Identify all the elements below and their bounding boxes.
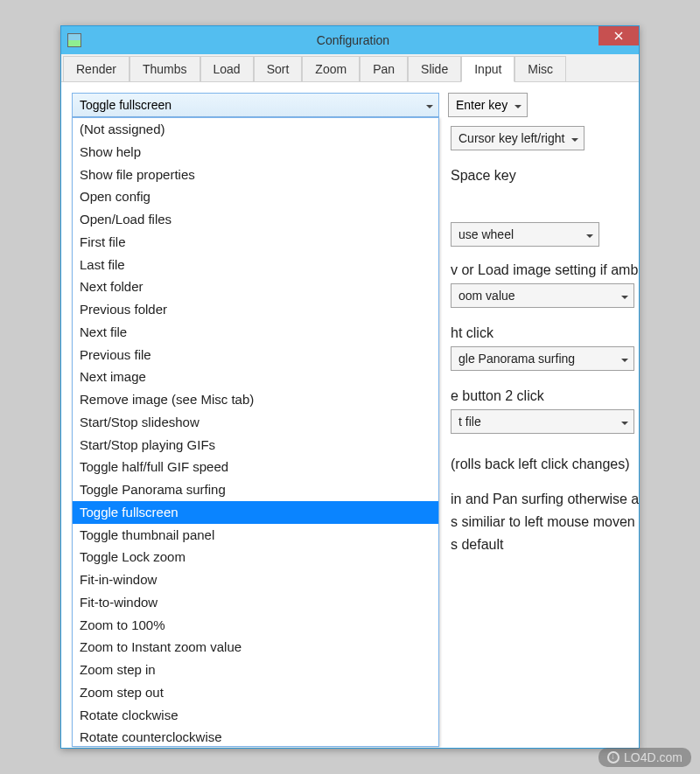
list-item[interactable]: Toggle half/full GIF speed [73,456,438,478]
tab-zoom[interactable]: Zoom [302,56,360,81]
list-item[interactable]: Next folder [73,275,438,298]
tfile-select[interactable]: t file [451,409,634,434]
panorama-value: gle Panorama surfing [458,352,575,366]
list-item[interactable]: Toggle Panorama surfing [73,478,438,501]
list-item[interactable]: Zoom to 100% [73,614,438,637]
list-item[interactable]: Next image [73,366,438,388]
action-dropdown-value: Toggle fullscreen [80,98,172,112]
zoom-value-text: oom value [458,289,515,303]
default-text: s default [451,537,503,553]
chevron-down-icon [426,98,433,112]
cursor-key-value: Cursor key left/right [458,131,564,145]
enter-key-value: Enter key [456,98,508,112]
action-dropdown[interactable]: Toggle fullscreen [72,93,439,117]
list-item[interactable]: Start/Stop playing GIFs [73,434,438,457]
list-item[interactable]: Rotate clockwise [73,704,438,727]
tab-sort[interactable]: Sort [254,56,303,81]
watermark-text: LO4D.com [624,750,682,764]
list-item[interactable]: Fit-in-window [73,568,438,591]
list-item[interactable]: Start/Stop slideshow [73,411,438,434]
list-item[interactable]: Zoom step out [73,681,438,704]
list-item[interactable]: Open/Load files [73,208,438,231]
download-icon [607,751,620,764]
config-window: Configuration Render Thumbs Load Sort Zo… [60,25,640,749]
list-item[interactable]: Previous folder [73,298,438,321]
button2-label: e button 2 click [451,388,544,404]
chevron-down-icon [571,131,578,145]
right-click-label: ht click [451,325,494,341]
list-item[interactable]: Zoom to Instant zoom value [73,636,438,659]
tab-thumbs[interactable]: Thumbs [130,56,200,81]
wheel-value: use wheel [458,227,514,241]
space-key-label: Space key [451,168,516,184]
titlebar: Configuration [61,26,639,54]
list-item[interactable]: Rotate counterclockwise [73,726,438,747]
chevron-down-icon [586,227,593,241]
list-item[interactable]: Next file [73,321,438,344]
load-setting-label: v or Load image setting if amb [451,262,638,278]
list-item-selected[interactable]: Toggle fullscreen [73,501,438,524]
chevron-down-icon [621,415,628,429]
list-item[interactable]: (Not assigned) [73,118,438,141]
enter-key-select[interactable]: Enter key [448,93,528,117]
list-item[interactable]: Toggle Lock zoom [73,546,438,568]
window-title: Configuration [67,33,639,47]
chevron-down-icon [621,289,628,303]
close-button[interactable] [598,26,639,45]
list-item[interactable]: Fit-to-window [73,591,438,614]
cursor-key-select[interactable]: Cursor key left/right [451,126,584,150]
tab-bar: Render Thumbs Load Sort Zoom Pan Slide I… [61,54,639,82]
action-dropdown-list[interactable]: (Not assigned) Show help Show file prope… [72,117,439,747]
tab-load[interactable]: Load [200,56,254,81]
mouse-move-text: s similiar to left mouse moven [451,514,635,530]
list-item[interactable]: Last file [73,254,438,276]
list-item[interactable]: Show file properties [73,164,438,186]
watermark: LO4D.com [598,748,691,767]
tab-slide[interactable]: Slide [408,56,461,81]
close-icon [614,31,623,40]
panorama-select[interactable]: gle Panorama surfing [451,346,634,371]
pan-surfing-text: in and Pan surfing otherwise as [451,492,639,507]
list-item[interactable]: Toggle thumbnail panel [73,524,438,547]
tab-input[interactable]: Input [461,56,514,82]
rolls-back-text: (rolls back left click changes) [451,457,630,472]
list-item[interactable]: First file [73,231,438,254]
zoom-value-select[interactable]: oom value [451,283,634,308]
chevron-down-icon [514,98,522,112]
content-area: Toggle fullscreen Enter key Cursor key l… [61,82,639,748]
list-item[interactable]: Zoom step in [73,659,438,681]
tab-render[interactable]: Render [63,56,130,81]
list-item[interactable]: Previous file [73,344,438,366]
list-item[interactable]: Remove image (see Misc tab) [73,388,438,411]
tfile-value: t file [458,415,481,429]
tab-misc[interactable]: Misc [514,56,566,81]
tab-pan[interactable]: Pan [360,56,408,81]
chevron-down-icon [621,352,628,366]
wheel-select[interactable]: use wheel [451,222,599,247]
list-item[interactable]: Open config [73,185,438,208]
list-item[interactable]: Show help [73,141,438,164]
